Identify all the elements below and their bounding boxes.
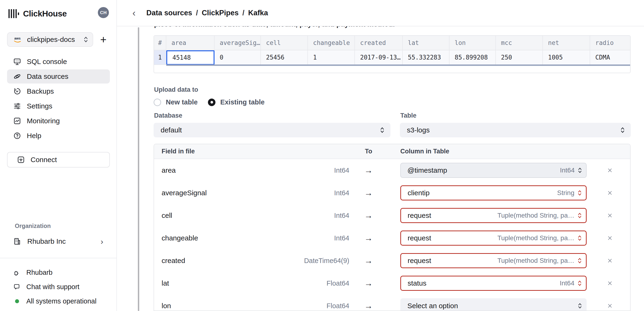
upload-data-to-label: Upload data to: [154, 86, 198, 94]
preview-column-header-radio: radio: [590, 36, 630, 50]
organization-selector[interactable]: Rhubarb Inc ›: [7, 234, 110, 248]
preview-cell-selected[interactable]: 45148: [166, 50, 214, 65]
close-icon: [607, 212, 613, 218]
column-select[interactable]: Select an option: [400, 298, 586, 311]
preview-cell[interactable]: 25456: [261, 50, 308, 65]
column-type-label: Int64: [560, 280, 574, 287]
row-index-cell[interactable]: 1: [154, 50, 166, 65]
sidebar-item-label: SQL console: [27, 58, 67, 66]
radio-unselected-icon[interactable]: [154, 98, 161, 106]
sidebar-item-help[interactable]: Help: [7, 129, 110, 143]
field-type-label: Int64: [154, 204, 349, 227]
chevron-right-icon: ›: [101, 237, 103, 246]
close-icon: [607, 258, 613, 264]
clickhouse-logo-icon[interactable]: [8, 9, 19, 18]
chevron-up-down-icon: [578, 167, 582, 174]
horizontal-scrollbar[interactable]: [166, 64, 630, 66]
data-preview-table: #areaaverageSig…cellchangeablecreatedlat…: [154, 35, 630, 73]
sidebar-item-label: Data sources: [27, 72, 68, 80]
database-select[interactable]: default: [154, 123, 390, 138]
field-name-label: created: [162, 249, 185, 272]
chevron-up-down-icon: [84, 36, 88, 43]
preview-cell[interactable]: CDMA: [590, 50, 630, 65]
svg-text:aws: aws: [14, 36, 21, 40]
remove-mapping-button[interactable]: [603, 227, 617, 249]
radio-selected-icon[interactable]: [208, 98, 216, 106]
remove-mapping-button[interactable]: [603, 272, 617, 294]
breadcrumb-item-kafka[interactable]: Kafka: [248, 9, 268, 17]
breadcrumb-separator: /: [196, 9, 198, 17]
field-name-label: cell: [162, 204, 172, 227]
sidebar-item-monitoring[interactable]: Monitoring: [7, 114, 110, 128]
radio-option-label: New table: [166, 98, 198, 106]
preview-cell[interactable]: 1: [308, 50, 355, 65]
sidebar-item-data-sources[interactable]: Data sources: [7, 70, 110, 84]
column-select[interactable]: requestTuple(method String, pa…: [400, 208, 586, 223]
remove-mapping-button[interactable]: [603, 294, 617, 311]
sidebar-item-sql-console[interactable]: SQL console: [7, 54, 110, 69]
sidebar-item-settings[interactable]: Settings: [7, 99, 110, 113]
main-content: piece of information such as date, amoun…: [117, 0, 644, 311]
radio-option-existing-table[interactable]: Existing table: [208, 98, 264, 106]
footer-item-rhubarb[interactable]: Rhubarb: [7, 265, 110, 280]
column-select[interactable]: @timestampInt64: [400, 163, 586, 178]
preview-data-row: 14514802545612017-09-13…55.33228385.8992…: [154, 50, 630, 65]
breadcrumb-item-data-sources[interactable]: Data sources: [146, 9, 192, 17]
column-select[interactable]: statusInt64: [400, 276, 586, 291]
footer-item-system-status[interactable]: All systems operational: [7, 294, 110, 308]
preview-column-header-lat: lat: [403, 36, 450, 50]
mapping-row-area: Int64area→@timestampInt64: [154, 159, 630, 182]
back-button[interactable]: ‹: [132, 8, 136, 18]
preview-cell[interactable]: 85.899208: [450, 50, 496, 65]
column-select[interactable]: requestTuple(method String, pa…: [400, 230, 586, 246]
chevron-up-down-icon: [578, 190, 582, 196]
logo-row: ClickHouse: [8, 8, 67, 20]
column-select[interactable]: clientipString: [400, 186, 586, 200]
footer-item-chat-support[interactable]: Chat with support: [7, 280, 110, 294]
field-name-label: lon: [162, 294, 171, 311]
sidebar-item-backups[interactable]: Backups: [7, 84, 110, 98]
vertical-scrollbar[interactable]: [138, 27, 139, 311]
upload-radio-group: New tableExisting table: [154, 98, 264, 106]
puzzle-icon: [13, 269, 20, 276]
breadcrumb-separator: /: [242, 9, 244, 17]
arrow-right-icon: →: [361, 227, 376, 249]
preview-cell[interactable]: 250: [496, 50, 543, 65]
preview-column-header-area: area: [166, 36, 214, 50]
remove-mapping-button[interactable]: [603, 249, 617, 272]
service-selector[interactable]: aws clickpipes-docs: [7, 32, 93, 47]
preview-cell[interactable]: 55.332283: [403, 50, 450, 65]
mapping-row-averagesignal: Int64averageSignal→clientipString: [154, 182, 630, 204]
footer-item-label: Chat with support: [26, 283, 80, 291]
field-type-label: Float64: [154, 272, 349, 294]
preview-column-header--: #: [154, 36, 166, 50]
column-select[interactable]: requestTuple(method String, pa…: [400, 253, 586, 268]
connect-button[interactable]: Connect: [7, 152, 110, 168]
chat-bubble-icon: [13, 284, 20, 290]
add-service-button[interactable]: +: [100, 34, 106, 45]
connect-icon: [17, 156, 25, 164]
table-select[interactable]: s3-logs: [400, 123, 631, 138]
sidebar-divider: [0, 258, 117, 258]
user-avatar[interactable]: CH: [98, 7, 109, 18]
remove-mapping-button[interactable]: [603, 182, 617, 204]
breadcrumb-item-clickpipes[interactable]: ClickPipes: [202, 9, 239, 17]
arrow-right-icon: →: [361, 294, 376, 311]
radio-option-new-table[interactable]: New table: [154, 98, 198, 106]
preview-cell[interactable]: 2017-09-13…: [355, 50, 403, 65]
mapping-header-column: Column in Table: [400, 144, 449, 158]
table-label: Table: [400, 112, 416, 119]
preview-cell[interactable]: 1005: [543, 50, 590, 65]
breadcrumb: Data sources / ClickPipes / Kafka: [146, 9, 268, 17]
preview-column-header-created: created: [355, 36, 403, 50]
chevron-up-down-icon: [578, 302, 582, 309]
preview-cell[interactable]: 0: [214, 50, 261, 65]
sidebar-item-label: Help: [27, 132, 42, 140]
close-icon: [607, 167, 613, 174]
field-name-label: area: [162, 159, 176, 182]
monitoring-icon: [13, 117, 21, 125]
remove-mapping-button[interactable]: [603, 204, 617, 227]
close-icon: [607, 190, 613, 196]
chevron-up-down-icon: [578, 212, 582, 219]
remove-mapping-button[interactable]: [603, 159, 617, 182]
